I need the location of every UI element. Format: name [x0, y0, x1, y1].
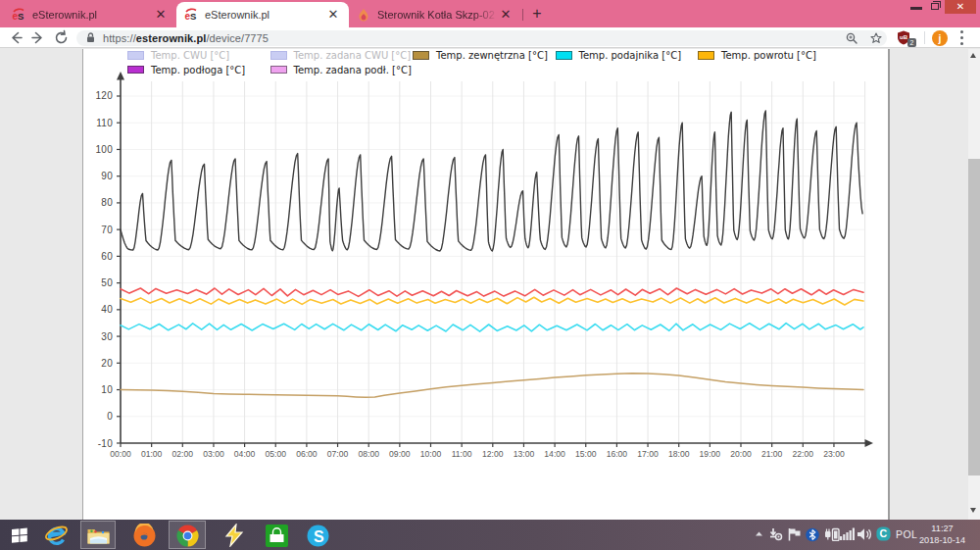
svg-text:C: C — [880, 527, 888, 539]
svg-text:60: 60 — [101, 251, 113, 262]
svg-text:50: 50 — [101, 277, 113, 288]
svg-text:19:00: 19:00 — [700, 449, 721, 459]
chrome-icon[interactable] — [174, 523, 200, 548]
tray-chevron-icon[interactable] — [755, 530, 763, 537]
svg-text:0: 0 — [107, 411, 113, 422]
tray-teal-c-icon[interactable]: C — [876, 526, 891, 541]
scrollbar-down-arrow-icon[interactable] — [968, 504, 980, 517]
esterownik-favicon: eS — [12, 8, 25, 22]
svg-text:S: S — [314, 527, 324, 544]
file-explorer-icon[interactable] — [85, 523, 111, 548]
tab-title: eSterownik.pl — [32, 9, 153, 21]
svg-text:100: 100 — [95, 144, 113, 155]
internet-explorer-icon[interactable] — [43, 523, 69, 548]
url-text: https://esterownik.pl/device/7775 — [103, 32, 269, 44]
forward-arrow-icon[interactable] — [29, 29, 46, 46]
tab-esterownik-2-active[interactable]: eS eSterownik.pl ✕ — [176, 2, 349, 27]
url-scheme: https:// — [103, 32, 136, 44]
windows-store-icon[interactable] — [264, 523, 289, 548]
window-minimize-button[interactable] — [910, 7, 922, 10]
browser-tab-bar: eS eSterownik.pl ✕ eS eSterownik.pl ✕ St… — [0, 0, 980, 27]
lightning-bolt-icon[interactable] — [221, 523, 247, 548]
window-restore-button[interactable] — [931, 3, 939, 10]
tab-close-icon[interactable]: ✕ — [498, 7, 514, 23]
svg-text:21:00: 21:00 — [761, 449, 783, 459]
svg-text:01:00: 01:00 — [141, 449, 163, 459]
tray-network-bars-icon[interactable] — [840, 527, 855, 540]
series-Temp. powrotu [°C] — [121, 297, 863, 305]
svg-text:S: S — [190, 11, 196, 22]
address-bar[interactable]: https://esterownik.pl/device/7775 — [76, 30, 887, 46]
skype-icon[interactable]: S — [305, 523, 330, 548]
browser-toolbar: https://esterownik.pl/device/7775 uB 2 j — [0, 27, 980, 48]
series-Temp. zewnętrzna [°C] — [121, 374, 863, 398]
toolbar-separator — [924, 31, 925, 44]
tray-update-icon[interactable] — [768, 527, 783, 541]
svg-text:12:00: 12:00 — [482, 449, 504, 459]
start-button[interactable] — [7, 523, 32, 548]
svg-text:04:00: 04:00 — [234, 449, 256, 459]
svg-text:11:00: 11:00 — [452, 449, 472, 459]
svg-text:18:00: 18:00 — [668, 449, 690, 459]
svg-text:20:00: 20:00 — [730, 449, 752, 459]
tab-title: Sterownik Kotła Skzp-02 - Ustaw — [377, 9, 498, 21]
lock-icon — [86, 32, 95, 43]
bookmark-star-icon[interactable] — [870, 32, 882, 44]
svg-text:05:00: 05:00 — [265, 449, 286, 459]
back-arrow-icon[interactable] — [8, 29, 24, 46]
tab-sterownik-kotla[interactable]: Sterownik Kotła Skzp-02 - Ustaw ✕ — [349, 2, 521, 27]
svg-text:90: 90 — [101, 171, 113, 181]
scrollbar-up-arrow-icon[interactable] — [968, 49, 980, 62]
svg-text:17:00: 17:00 — [637, 449, 659, 459]
tray-speaker-icon[interactable] — [857, 527, 872, 541]
svg-text:110: 110 — [96, 118, 113, 128]
svg-text:03:00: 03:00 — [203, 449, 224, 459]
svg-text:06:00: 06:00 — [296, 449, 318, 459]
svg-text:80: 80 — [101, 197, 113, 208]
tab-close-icon[interactable]: ✕ — [153, 7, 169, 23]
tab-close-icon[interactable]: ✕ — [325, 7, 341, 23]
page-background: Temp. CWU [°C]Temp. zadana CWU [°C]Temp.… — [0, 49, 980, 520]
firefox-icon[interactable] — [131, 523, 157, 548]
taskbar-clock[interactable]: 11:272018-10-14 — [914, 523, 970, 547]
tray-flag-icon[interactable] — [788, 527, 802, 541]
svg-text:22:00: 22:00 — [793, 449, 814, 459]
svg-text:14:00: 14:00 — [544, 449, 565, 459]
svg-text:00:00: 00:00 — [110, 449, 131, 459]
series-Temp. podajnika [°C] — [121, 324, 863, 332]
svg-text:15:00: 15:00 — [575, 449, 597, 459]
clock-time: 11:27 — [914, 523, 970, 535]
svg-text:10: 10 — [101, 384, 113, 395]
tray-bluetooth-icon[interactable] — [806, 527, 819, 542]
svg-text:02:00: 02:00 — [172, 449, 194, 459]
new-tab-button[interactable]: + — [528, 5, 546, 23]
svg-text:09:00: 09:00 — [389, 449, 411, 459]
clock-date: 2018-10-14 — [914, 534, 970, 547]
zoom-magnifier-icon[interactable] — [846, 32, 858, 44]
scrollbar-thumb[interactable] — [968, 159, 980, 475]
esterownik-favicon: eS — [184, 8, 198, 22]
svg-text:40: 40 — [101, 304, 113, 315]
page-scrollbar[interactable] — [968, 49, 980, 520]
svg-text:08:00: 08:00 — [358, 449, 379, 459]
windows-taskbar: S C POL 11:272018-10-14 — [0, 520, 980, 550]
svg-text:20: 20 — [101, 358, 113, 369]
tab-title: eSterownik.pl — [205, 9, 325, 21]
svg-text:10:00: 10:00 — [420, 449, 442, 459]
tab-esterownik-1[interactable]: eS eSterownik.pl ✕ — [4, 2, 176, 27]
svg-text:23:00: 23:00 — [823, 449, 845, 459]
svg-text:S: S — [18, 11, 24, 22]
svg-text:07:00: 07:00 — [327, 449, 349, 459]
svg-text:-10: -10 — [98, 438, 113, 449]
svg-text:120: 120 — [95, 90, 113, 101]
series-line-red — [121, 288, 863, 296]
svg-text:30: 30 — [101, 331, 113, 342]
profile-avatar[interactable]: j — [932, 30, 948, 46]
reload-icon[interactable] — [53, 29, 70, 46]
browser-menu-icon[interactable] — [959, 30, 963, 45]
window-close-button[interactable]: ✕ — [945, 0, 976, 14]
tray-power-icon[interactable] — [824, 527, 840, 541]
chart-panel: Temp. CWU [°C]Temp. zadana CWU [°C]Temp.… — [82, 49, 890, 520]
flame-favicon — [357, 8, 370, 22]
svg-text:16:00: 16:00 — [607, 449, 628, 459]
